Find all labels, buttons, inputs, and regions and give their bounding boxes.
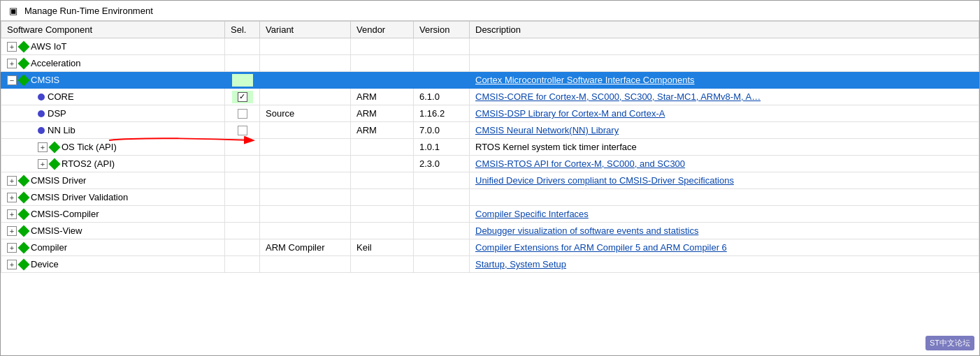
expand-icon[interactable]: + [7,226,17,236]
sel-unchecked[interactable] [238,109,247,119]
description-link[interactable]: CMSIS-RTOS API for Cortex-M, SC000, and … [475,158,685,169]
variant-cell [260,89,351,105]
description-link[interactable]: Debugger visualization of software event… [475,225,698,236]
app-icon: ▣ [8,5,19,16]
variant-cell: Source [260,105,351,122]
window-title: Manage Run-Time Environment [24,6,153,16]
variant-cell: ARM Compiler [260,239,351,256]
circle-blue-icon [38,110,45,117]
diamond-green-icon [49,141,61,153]
component-label: CORE [48,91,74,102]
variant-cell [260,55,351,72]
expand-icon[interactable]: + [38,142,48,152]
expand-icon[interactable]: + [7,193,17,202]
description-link[interactable]: CMSIS-CORE for Cortex-M, SC000, SC300, S… [475,91,761,102]
vendor-cell [351,189,414,206]
sel-green-highlight [232,74,253,87]
description-cell[interactable]: Debugger visualization of software event… [470,223,979,239]
circle-blue-icon [38,94,45,101]
table-row[interactable]: +CMSIS-CompilerCompiler Specific Interfa… [1,206,979,223]
description-cell[interactable]: CMSIS-CORE for Cortex-M, SC000, SC300, S… [470,89,979,105]
component-label: RTOS2 (API) [62,158,115,169]
description-cell[interactable]: Compiler Specific Interfaces [470,206,979,223]
component-label: DSP [48,108,66,119]
description-link[interactable]: Unified Device Drivers compliant to CMSI… [475,175,734,186]
table-row[interactable]: DSPSourceARM1.16.2CMSIS-DSP Library for … [1,105,979,122]
expand-icon[interactable]: + [7,260,17,269]
version-cell [414,38,470,55]
description-cell[interactable]: Compiler Extensions for ARM Compiler 5 a… [470,239,979,256]
table-row[interactable]: +RTOS2 (API)2.3.0CMSIS-RTOS API for Cort… [1,156,979,172]
vendor-cell [351,256,414,273]
component-label: AWS IoT [31,41,67,52]
version-cell [414,256,470,273]
description-cell[interactable]: CMSIS-RTOS API for Cortex-M, SC000, and … [470,156,979,172]
variant-cell [260,72,351,89]
description-cell[interactable]: CMSIS Neural Network(NN) Library [470,122,979,139]
header-variant: Variant [260,22,351,38]
description-cell[interactable]: CMSIS-DSP Library for Cortex-M and Corte… [470,105,979,122]
variant-cell [260,139,351,156]
table-row[interactable]: +Acceleration [1,55,979,72]
description-link[interactable]: CMSIS-DSP Library for Cortex-M and Corte… [475,108,665,119]
description-cell [470,189,979,206]
component-label: CMSIS Driver [31,175,86,186]
version-cell: 2.3.0 [414,156,470,172]
variant-cell [260,256,351,273]
vendor-cell: ARM [351,89,414,105]
sel-checked-green[interactable]: ✓ [232,91,253,103]
description-link[interactable]: Compiler Extensions for ARM Compiler 5 a… [475,242,727,253]
version-cell [414,172,470,189]
version-cell [414,239,470,256]
expand-icon[interactable]: + [7,209,17,219]
diamond-green-icon [18,208,30,220]
component-label: NN Lib [48,125,75,135]
table-row[interactable]: +OS Tick (API)1.0.1RTOS Kernel system ti… [1,139,979,156]
collapse-icon[interactable]: − [7,75,17,85]
table-row[interactable]: +CMSIS DriverUnified Device Drivers comp… [1,172,979,189]
table-row[interactable]: +CMSIS-ViewDebugger visualization of sof… [1,223,979,239]
vendor-cell [351,156,414,172]
table-row[interactable]: CORE✓ARM6.1.0CMSIS-CORE for Cortex-M, SC… [1,89,979,105]
variant-cell [260,172,351,189]
expand-icon[interactable]: + [7,176,17,186]
description-link[interactable]: Compiler Specific Interfaces [475,209,589,219]
diamond-green-icon [49,158,61,170]
version-cell: 6.1.0 [414,89,470,105]
component-label: CMSIS Driver Validation [31,192,128,202]
expand-icon[interactable]: + [38,159,48,169]
expand-icon[interactable]: + [7,42,17,52]
variant-cell [260,122,351,139]
expand-icon[interactable]: + [7,59,17,68]
component-label: CMSIS [31,75,59,85]
description-link[interactable]: CMSIS Neural Network(NN) Library [475,125,619,135]
version-cell [414,223,470,239]
diamond-green-icon [18,57,30,69]
description-link[interactable]: Startup, System Setup [475,259,566,269]
component-label: Device [31,259,59,269]
header-description: Description [470,22,979,38]
vendor-cell [351,172,414,189]
description-cell[interactable]: Cortex Microcontroller Software Interfac… [470,72,979,89]
table-row[interactable]: +DeviceStartup, System Setup [1,256,979,273]
table-row[interactable]: +CMSIS Driver Validation [1,189,979,206]
header-version: Version [414,22,470,38]
version-cell: 1.16.2 [414,105,470,122]
vendor-cell [351,38,414,55]
version-cell [414,189,470,206]
description-cell[interactable]: Startup, System Setup [470,256,979,273]
diamond-green-icon [18,242,30,253]
table-row[interactable]: +AWS IoT [1,38,979,55]
table-row[interactable]: +CompilerARM CompilerKeilCompiler Extens… [1,239,979,256]
table-row[interactable]: −CMSISCortex Microcontroller Software In… [1,72,979,89]
diamond-green-icon [18,191,30,203]
description-link[interactable]: Cortex Microcontroller Software Interfac… [475,75,695,85]
circle-blue-icon [38,127,45,134]
header-sel: Sel. [225,22,260,38]
header-software-component: Software Component [1,22,225,38]
description-cell[interactable]: Unified Device Drivers compliant to CMSI… [470,172,979,189]
table-row[interactable]: NN LibARM7.0.0CMSIS Neural Network(NN) L… [1,122,979,139]
expand-icon[interactable]: + [7,243,17,253]
sel-unchecked[interactable] [238,126,247,135]
version-cell [414,55,470,72]
